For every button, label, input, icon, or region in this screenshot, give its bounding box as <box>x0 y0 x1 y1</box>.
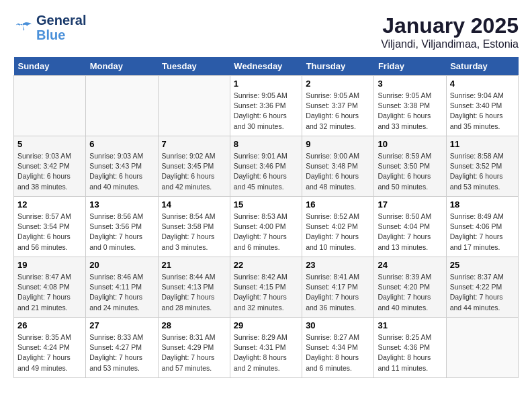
day-number: 3 <box>378 79 442 89</box>
day-number: 1 <box>234 79 298 89</box>
day-info: Sunrise: 8:47 AM Sunset: 4:08 PM Dayligh… <box>17 272 82 313</box>
day-number: 31 <box>378 320 442 330</box>
calendar-cell: 8Sunrise: 9:01 AM Sunset: 3:46 PM Daylig… <box>230 136 302 197</box>
day-info: Sunrise: 8:46 AM Sunset: 4:11 PM Dayligh… <box>89 272 154 313</box>
calendar-table: SundayMondayTuesdayWednesdayThursdayFrid… <box>13 57 519 378</box>
day-info: Sunrise: 9:03 AM Sunset: 3:43 PM Dayligh… <box>89 151 154 192</box>
calendar-cell: 23Sunrise: 8:41 AM Sunset: 4:17 PM Dayli… <box>302 257 374 318</box>
logo-blue: Blue <box>36 28 65 42</box>
calendar-cell: 10Sunrise: 8:59 AM Sunset: 3:50 PM Dayli… <box>374 136 446 197</box>
day-number: 5 <box>17 139 82 149</box>
day-info: Sunrise: 9:05 AM Sunset: 3:38 PM Dayligh… <box>378 91 442 132</box>
day-info: Sunrise: 8:29 AM Sunset: 4:31 PM Dayligh… <box>234 332 298 373</box>
day-number: 18 <box>450 199 515 210</box>
day-info: Sunrise: 8:54 AM Sunset: 3:58 PM Dayligh… <box>162 212 226 253</box>
calendar-week-row: 26Sunrise: 8:35 AM Sunset: 4:24 PM Dayli… <box>14 318 519 378</box>
day-number: 15 <box>234 199 298 210</box>
day-info: Sunrise: 8:42 AM Sunset: 4:15 PM Dayligh… <box>234 272 298 313</box>
logo: General Blue <box>13 13 86 42</box>
calendar-cell: 12Sunrise: 8:57 AM Sunset: 3:54 PM Dayli… <box>14 197 86 257</box>
calendar-cell: 16Sunrise: 8:52 AM Sunset: 4:02 PM Dayli… <box>302 197 374 257</box>
day-info: Sunrise: 8:58 AM Sunset: 3:52 PM Dayligh… <box>450 151 515 192</box>
day-info: Sunrise: 9:05 AM Sunset: 3:37 PM Dayligh… <box>306 91 370 132</box>
calendar-cell: 13Sunrise: 8:56 AM Sunset: 3:56 PM Dayli… <box>86 197 158 257</box>
day-number: 4 <box>450 79 515 89</box>
calendar-cell <box>158 76 230 136</box>
calendar-week-row: 5Sunrise: 9:03 AM Sunset: 3:42 PM Daylig… <box>14 136 519 197</box>
day-info: Sunrise: 8:50 AM Sunset: 4:04 PM Dayligh… <box>378 212 442 253</box>
calendar-cell: 31Sunrise: 8:25 AM Sunset: 4:36 PM Dayli… <box>374 318 446 378</box>
calendar-cell: 6Sunrise: 9:03 AM Sunset: 3:43 PM Daylig… <box>86 136 158 197</box>
calendar-cell: 30Sunrise: 8:27 AM Sunset: 4:34 PM Dayli… <box>302 318 374 378</box>
day-info: Sunrise: 8:57 AM Sunset: 3:54 PM Dayligh… <box>17 212 82 253</box>
day-number: 21 <box>162 260 226 270</box>
weekday-header: Tuesday <box>158 57 230 76</box>
calendar-cell: 4Sunrise: 9:04 AM Sunset: 3:40 PM Daylig… <box>446 76 518 136</box>
day-number: 22 <box>234 260 298 270</box>
calendar-cell: 25Sunrise: 8:37 AM Sunset: 4:22 PM Dayli… <box>446 257 518 318</box>
day-info: Sunrise: 8:56 AM Sunset: 3:56 PM Dayligh… <box>89 212 154 253</box>
weekday-header: Saturday <box>446 57 518 76</box>
calendar-cell: 3Sunrise: 9:05 AM Sunset: 3:38 PM Daylig… <box>374 76 446 136</box>
day-number: 28 <box>162 320 226 330</box>
calendar-cell: 26Sunrise: 8:35 AM Sunset: 4:24 PM Dayli… <box>14 318 86 378</box>
calendar-cell: 2Sunrise: 9:05 AM Sunset: 3:37 PM Daylig… <box>302 76 374 136</box>
calendar-title-block: January 2025 Viljandi, Viljandimaa, Esto… <box>381 13 519 50</box>
day-info: Sunrise: 8:31 AM Sunset: 4:29 PM Dayligh… <box>162 332 226 373</box>
calendar-cell <box>446 318 518 378</box>
calendar-cell: 17Sunrise: 8:50 AM Sunset: 4:04 PM Dayli… <box>374 197 446 257</box>
day-number: 11 <box>450 139 515 149</box>
day-info: Sunrise: 8:33 AM Sunset: 4:27 PM Dayligh… <box>89 332 154 373</box>
calendar-cell: 28Sunrise: 8:31 AM Sunset: 4:29 PM Dayli… <box>158 318 230 378</box>
calendar-subtitle: Viljandi, Viljandimaa, Estonia <box>381 38 519 50</box>
day-number: 14 <box>162 199 226 210</box>
day-info: Sunrise: 9:01 AM Sunset: 3:46 PM Dayligh… <box>234 151 298 192</box>
logo-icon <box>13 21 34 34</box>
day-info: Sunrise: 8:44 AM Sunset: 4:13 PM Dayligh… <box>162 272 226 313</box>
logo-text-block: General Blue <box>36 13 86 42</box>
calendar-cell: 7Sunrise: 9:02 AM Sunset: 3:45 PM Daylig… <box>158 136 230 197</box>
calendar-cell <box>86 76 158 136</box>
calendar-cell: 14Sunrise: 8:54 AM Sunset: 3:58 PM Dayli… <box>158 197 230 257</box>
calendar-cell: 29Sunrise: 8:29 AM Sunset: 4:31 PM Dayli… <box>230 318 302 378</box>
calendar-cell: 9Sunrise: 9:00 AM Sunset: 3:48 PM Daylig… <box>302 136 374 197</box>
calendar-cell <box>14 76 86 136</box>
day-number: 29 <box>234 320 298 330</box>
day-number: 17 <box>378 199 442 210</box>
day-info: Sunrise: 9:03 AM Sunset: 3:42 PM Dayligh… <box>17 151 82 192</box>
calendar-cell: 27Sunrise: 8:33 AM Sunset: 4:27 PM Dayli… <box>86 318 158 378</box>
day-number: 10 <box>378 139 442 149</box>
day-number: 8 <box>234 139 298 149</box>
day-info: Sunrise: 9:05 AM Sunset: 3:36 PM Dayligh… <box>234 91 298 132</box>
calendar-cell: 21Sunrise: 8:44 AM Sunset: 4:13 PM Dayli… <box>158 257 230 318</box>
calendar-week-row: 19Sunrise: 8:47 AM Sunset: 4:08 PM Dayli… <box>14 257 519 318</box>
day-number: 20 <box>89 260 154 270</box>
weekday-header: Friday <box>374 57 446 76</box>
day-number: 13 <box>89 199 154 210</box>
day-info: Sunrise: 9:04 AM Sunset: 3:40 PM Dayligh… <box>450 91 515 132</box>
day-number: 2 <box>306 79 370 89</box>
day-number: 25 <box>450 260 515 270</box>
day-info: Sunrise: 8:52 AM Sunset: 4:02 PM Dayligh… <box>306 212 370 253</box>
day-number: 9 <box>306 139 370 149</box>
day-number: 26 <box>17 320 82 330</box>
calendar-cell: 24Sunrise: 8:39 AM Sunset: 4:20 PM Dayli… <box>374 257 446 318</box>
calendar-cell: 19Sunrise: 8:47 AM Sunset: 4:08 PM Dayli… <box>14 257 86 318</box>
weekday-header: Wednesday <box>230 57 302 76</box>
day-info: Sunrise: 8:37 AM Sunset: 4:22 PM Dayligh… <box>450 272 515 313</box>
day-number: 16 <box>306 199 370 210</box>
weekday-header: Thursday <box>302 57 374 76</box>
day-number: 23 <box>306 260 370 270</box>
calendar-cell: 1Sunrise: 9:05 AM Sunset: 3:36 PM Daylig… <box>230 76 302 136</box>
day-info: Sunrise: 8:59 AM Sunset: 3:50 PM Dayligh… <box>378 151 442 192</box>
logo-general: General <box>36 13 86 27</box>
day-info: Sunrise: 8:25 AM Sunset: 4:36 PM Dayligh… <box>378 332 442 373</box>
day-info: Sunrise: 8:39 AM Sunset: 4:20 PM Dayligh… <box>378 272 442 313</box>
day-info: Sunrise: 9:02 AM Sunset: 3:45 PM Dayligh… <box>162 151 226 192</box>
calendar-title: January 2025 <box>381 13 519 38</box>
day-info: Sunrise: 8:35 AM Sunset: 4:24 PM Dayligh… <box>17 332 82 373</box>
calendar-cell: 15Sunrise: 8:53 AM Sunset: 4:00 PM Dayli… <box>230 197 302 257</box>
weekday-header-row: SundayMondayTuesdayWednesdayThursdayFrid… <box>14 57 519 76</box>
calendar-cell: 5Sunrise: 9:03 AM Sunset: 3:42 PM Daylig… <box>14 136 86 197</box>
day-number: 19 <box>17 260 82 270</box>
